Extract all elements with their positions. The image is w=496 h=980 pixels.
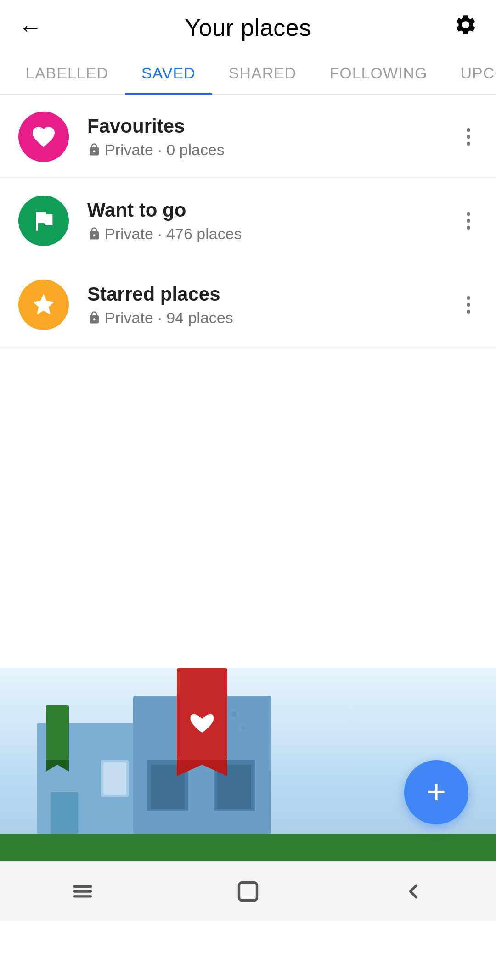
list-item[interactable]: Starred places Private · 94 places bbox=[0, 263, 496, 347]
illustration-area: + bbox=[0, 668, 496, 861]
favourites-more-button[interactable] bbox=[459, 123, 478, 150]
bottom-nav bbox=[0, 861, 496, 921]
tab-saved[interactable]: SAVED bbox=[125, 51, 212, 95]
starred-places-name: Starred places bbox=[87, 283, 459, 306]
svg-point-8 bbox=[241, 726, 246, 730]
starred-places-icon bbox=[18, 280, 69, 330]
svg-point-7 bbox=[231, 711, 237, 717]
tab-labelled[interactable]: LABELLED bbox=[9, 51, 125, 95]
starred-places-meta: Private · 94 places bbox=[87, 309, 459, 327]
want-to-go-icon bbox=[18, 196, 69, 246]
want-to-go-meta: Private · 476 places bbox=[87, 225, 459, 243]
favourites-icon bbox=[18, 112, 69, 162]
ground bbox=[0, 834, 496, 861]
starred-places-info: Starred places Private · 94 places bbox=[87, 283, 459, 326]
lock-icon bbox=[87, 311, 101, 325]
back-button[interactable]: ← bbox=[18, 16, 42, 39]
tab-upcoming[interactable]: UPCOM... bbox=[444, 51, 496, 95]
svg-rect-15 bbox=[177, 668, 227, 760]
want-to-go-meta-text: Private · 476 places bbox=[105, 225, 242, 243]
favourites-info: Favourites Private · 0 places bbox=[87, 115, 459, 158]
tab-following[interactable]: FOLLOWING bbox=[313, 51, 444, 95]
add-icon: + bbox=[427, 775, 446, 808]
svg-rect-3 bbox=[51, 792, 78, 834]
tabs-bar: LABELLED SAVED SHARED FOLLOWING UPCOM... bbox=[0, 51, 496, 95]
tab-shared[interactable]: SHARED bbox=[212, 51, 313, 95]
page-title: Your places bbox=[185, 14, 311, 41]
want-to-go-info: Want to go Private · 476 places bbox=[87, 199, 459, 242]
nav-menu-button[interactable] bbox=[52, 870, 113, 913]
starred-places-meta-text: Private · 94 places bbox=[105, 309, 233, 327]
saved-places-list: Favourites Private · 0 places Want bbox=[0, 95, 496, 347]
list-item[interactable]: Want to go Private · 476 places bbox=[0, 179, 496, 263]
want-to-go-more-button[interactable] bbox=[459, 207, 478, 234]
gear-icon[interactable] bbox=[454, 13, 478, 42]
svg-rect-4 bbox=[46, 705, 69, 760]
favourites-meta-text: Private · 0 places bbox=[105, 141, 225, 159]
add-button[interactable]: + bbox=[404, 760, 468, 824]
starred-places-more-button[interactable] bbox=[459, 291, 478, 318]
header: ← Your places bbox=[0, 0, 496, 51]
favourites-meta: Private · 0 places bbox=[87, 141, 459, 159]
svg-rect-20 bbox=[239, 882, 257, 900]
list-item[interactable]: Favourites Private · 0 places bbox=[0, 95, 496, 179]
favourites-name: Favourites bbox=[87, 115, 459, 138]
lock-icon bbox=[87, 143, 101, 157]
want-to-go-name: Want to go bbox=[87, 199, 459, 222]
building-center bbox=[133, 668, 276, 834]
empty-area bbox=[0, 347, 496, 668]
svg-rect-2 bbox=[103, 762, 126, 795]
lock-icon bbox=[87, 227, 101, 241]
nav-back-button[interactable] bbox=[383, 870, 444, 913]
nav-home-button[interactable] bbox=[218, 870, 278, 913]
